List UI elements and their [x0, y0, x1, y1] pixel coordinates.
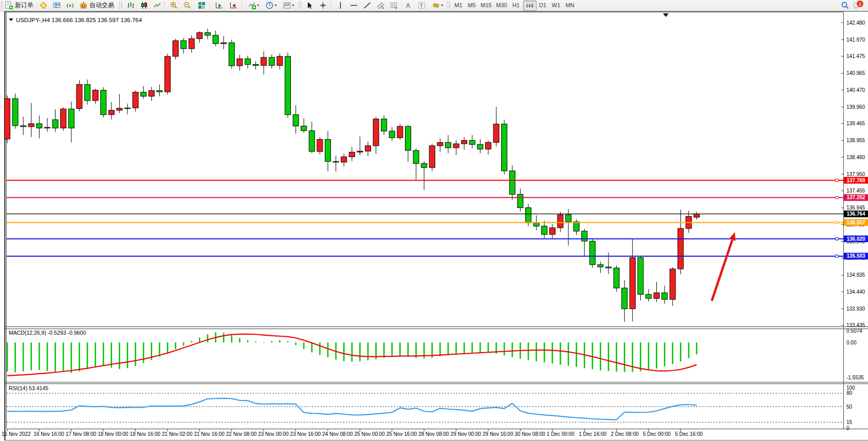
- indicators-icon: [248, 1, 256, 10]
- candle-body: [589, 241, 595, 265]
- candle-body: [453, 144, 459, 148]
- horizontal-line-tool[interactable]: [348, 1, 359, 10]
- trendline-tool[interactable]: [362, 1, 373, 10]
- zoom-out-button[interactable]: [182, 1, 193, 10]
- tile-windows-button[interactable]: [196, 1, 207, 10]
- templates-button[interactable]: [281, 1, 297, 10]
- periods-button[interactable]: [263, 1, 280, 10]
- timeframe-M30[interactable]: M30: [494, 1, 509, 10]
- arrows-tool[interactable]: [430, 1, 446, 10]
- candle-body: [365, 146, 371, 151]
- zoom-in-button[interactable]: [169, 1, 179, 10]
- text-label-tool[interactable]: T: [416, 1, 427, 10]
- candle-body: [309, 131, 315, 151]
- timeframe-M15[interactable]: M15: [479, 1, 493, 10]
- macd-axis-label: 0.00: [846, 340, 857, 346]
- auto-scroll-button[interactable]: [214, 1, 225, 10]
- horizontal-line-icon: [349, 1, 358, 10]
- chevron-down-icon: [256, 1, 260, 10]
- candle-body: [694, 214, 699, 217]
- hline-anchor[interactable]: [836, 221, 838, 224]
- timeframe-W1[interactable]: W1: [550, 1, 562, 10]
- profile-icon: [39, 1, 48, 10]
- timeframe-H4[interactable]: H4: [523, 1, 537, 11]
- candle-body: [213, 35, 218, 44]
- rsi-axis-label: 100: [846, 385, 855, 391]
- chart-profiles-button[interactable]: [38, 1, 49, 10]
- candlestick-icon: [140, 1, 149, 10]
- new-order-icon: [5, 1, 13, 10]
- candle-body: [229, 43, 234, 66]
- hline-anchor[interactable]: [836, 238, 838, 240]
- candle-body: [173, 41, 178, 56]
- candle-body: [149, 90, 154, 96]
- hline-anchor[interactable]: [836, 179, 838, 182]
- auto-trading-button[interactable]: 自动交易: [78, 1, 117, 10]
- text-tool[interactable]: A: [403, 1, 414, 10]
- candlestick-type-button[interactable]: [139, 1, 150, 10]
- line-chart-type-button[interactable]: [152, 1, 163, 10]
- vertical-line-tool[interactable]: [335, 1, 346, 10]
- hline-anchor[interactable]: [836, 196, 838, 199]
- search-button[interactable]: [840, 1, 851, 10]
- candle-body: [205, 33, 211, 35]
- new-order-button[interactable]: 新订单: [4, 1, 36, 10]
- time-tick-label: 1 Dec 16:00: [579, 431, 606, 437]
- candle-body: [341, 157, 347, 162]
- candle-body: [133, 92, 138, 108]
- time-tick-label: 29 Nov 16:00: [483, 431, 513, 437]
- time-tick-label: 21 Nov 16:00: [194, 431, 225, 437]
- candle-body: [598, 264, 603, 267]
- market-watch-button[interactable]: [51, 1, 62, 10]
- hline-anchor[interactable]: [836, 255, 838, 257]
- bar-chart-type-button[interactable]: [125, 1, 136, 10]
- timeframe-MN[interactable]: MN: [563, 1, 577, 10]
- price-tick-label: 141.475: [846, 53, 865, 59]
- candle-body: [533, 223, 539, 226]
- candle-body: [61, 109, 66, 128]
- cursor-button[interactable]: [304, 1, 315, 10]
- candle-body: [461, 141, 467, 144]
- indicators-button[interactable]: [246, 1, 262, 10]
- auto-trading-robot-icon: [79, 1, 88, 10]
- candle-body: [566, 215, 571, 222]
- price-tag-label: 136.764: [846, 211, 865, 217]
- equidistant-channel-tool[interactable]: E: [375, 1, 386, 10]
- crosshair-button[interactable]: [318, 1, 328, 10]
- time-tick-label: 30 Nov 08:00: [514, 431, 545, 437]
- candle-body: [237, 59, 243, 66]
- candle-body: [670, 269, 675, 299]
- time-tick-label: 5 Dec 00:00: [643, 431, 671, 437]
- signals-button[interactable]: [65, 1, 76, 10]
- candle-body: [606, 267, 612, 268]
- price-tick-label: 136.945: [846, 205, 865, 210]
- candle-body: [678, 228, 684, 269]
- fibonacci-tool[interactable]: F: [389, 1, 399, 10]
- arrows-icon: [432, 1, 440, 10]
- price-tick-label: 139.960: [846, 104, 865, 110]
- time-tick-label: 29 Nov 00:00: [451, 431, 482, 437]
- timeframe-M5[interactable]: M5: [466, 1, 478, 10]
- timeframe-D1[interactable]: D1: [537, 1, 549, 10]
- candle-body: [413, 150, 419, 163]
- candle-body: [165, 56, 171, 92]
- crosshair-icon: [319, 1, 327, 10]
- svg-text:E: E: [382, 6, 384, 9]
- time-tick-label: 24 Nov 08:00: [322, 431, 353, 437]
- candle-body: [622, 288, 627, 309]
- rsi-axis-label: 50: [846, 404, 853, 410]
- price-tick-label: 139.465: [846, 121, 865, 126]
- fibonacci-icon: F: [390, 1, 398, 10]
- candle-body: [349, 152, 355, 157]
- timeframe-H1[interactable]: H1: [510, 1, 522, 10]
- chart-shift-button[interactable]: [228, 1, 239, 10]
- svg-text:F: F: [395, 7, 397, 10]
- price-tick-label: 134.440: [846, 289, 865, 295]
- timeframe-M1[interactable]: M1: [452, 1, 465, 10]
- price-tag-label: 136.020: [846, 236, 865, 242]
- candle-body: [477, 144, 483, 149]
- candle-body: [542, 226, 547, 234]
- zoom-in-icon: [170, 1, 178, 10]
- chart-canvas[interactable]: 142.480141.970141.475140.965140.470139.9…: [0, 0, 868, 441]
- notification-count-badge[interactable]: 1: [856, 0, 864, 8]
